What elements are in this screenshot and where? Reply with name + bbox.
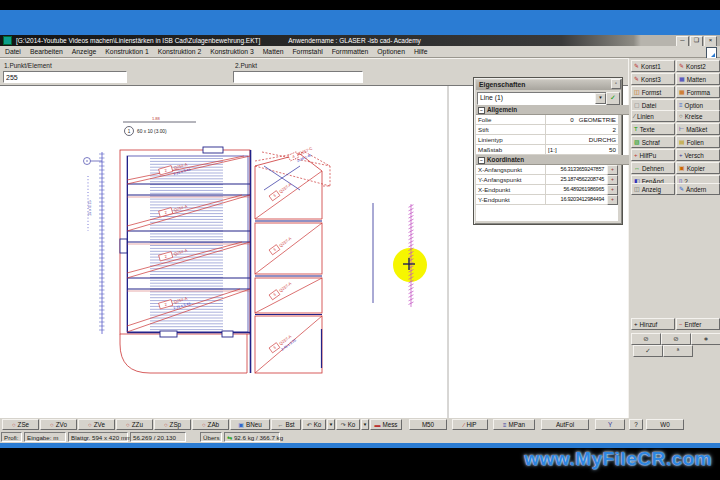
menu-datei[interactable]: Datei bbox=[5, 48, 21, 55]
y-end-value[interactable]: 16.9203412984494 bbox=[546, 195, 606, 204]
options-icon: ≡ bbox=[679, 102, 683, 108]
button-konst2[interactable]: ✎Konst2 bbox=[676, 60, 720, 72]
button-bst[interactable]: ←Bst bbox=[271, 419, 301, 430]
properties-panel-title[interactable]: Eigenschaften bbox=[476, 80, 621, 90]
point2-input[interactable] bbox=[233, 71, 363, 83]
section-allgemein[interactable]: − Allgemein bbox=[476, 105, 629, 115]
button-bild-neu[interactable]: ▣BNeu bbox=[230, 419, 270, 430]
button-aendern[interactable]: ✎Ändern bbox=[676, 183, 720, 195]
button-dehnen[interactable]: ↔Dehnen bbox=[631, 162, 675, 174]
button-kopieren[interactable]: ▣Kopier bbox=[676, 162, 720, 174]
button-kreise[interactable]: ○Kreise bbox=[676, 110, 720, 122]
y-start-value[interactable]: 25.1874562208745 bbox=[546, 175, 606, 184]
weight-icon: ⇆ bbox=[227, 434, 232, 441]
panel-close-icon[interactable]: ▫ bbox=[611, 79, 621, 89]
button-zoom-voll[interactable]: ○ZVo bbox=[40, 419, 77, 430]
menu-optionen[interactable]: Optionen bbox=[377, 48, 405, 55]
menu-hilfe[interactable]: Hilfe bbox=[414, 48, 428, 55]
collapse-icon[interactable]: − bbox=[478, 157, 485, 164]
button-formst[interactable]: ◫Formst bbox=[631, 86, 675, 98]
linientyp-value[interactable]: DURCHG bbox=[546, 135, 618, 144]
undo-icon: ↶ bbox=[307, 421, 312, 428]
point1-input[interactable] bbox=[3, 71, 127, 83]
button-hilfspunkt[interactable]: +HilfPu bbox=[631, 149, 675, 161]
selection-filter-button[interactable]: ✓ bbox=[606, 92, 620, 105]
button-w0[interactable]: W0 bbox=[646, 419, 684, 430]
property-row-y-anfang: Y-Anfangspunkt 25.1874562208745 + bbox=[476, 175, 618, 185]
tool-buttons: ∕Linien ○Kreise TTexte ⊢Maßket ▨Schraf ▤… bbox=[631, 110, 720, 187]
svg-text:60 x 10 (3.00): 60 x 10 (3.00) bbox=[137, 129, 167, 134]
line-icon: ∕ bbox=[463, 422, 464, 428]
collapse-icon[interactable]: − bbox=[478, 107, 485, 114]
chevron-down-icon[interactable]: ▼ bbox=[595, 93, 606, 104]
button-hilfspunkt[interactable]: ∕HiP bbox=[452, 419, 488, 430]
button-zoom-verkleinern[interactable]: ○ZVe bbox=[78, 419, 115, 430]
magnifier-icon: ○ bbox=[164, 422, 168, 428]
button-undo[interactable]: ↶Ko bbox=[302, 419, 326, 430]
section-koordinaten[interactable]: − Koordinaten bbox=[476, 155, 629, 165]
menu-formstahl[interactable]: Formstahl bbox=[292, 48, 322, 55]
layers-icon: ▤ bbox=[679, 139, 685, 145]
pick-point-icon[interactable]: + bbox=[607, 165, 618, 175]
button-konst3[interactable]: ✎Konst3 bbox=[631, 73, 675, 85]
small-tool-button-1[interactable]: ⊘ bbox=[631, 333, 661, 345]
add-button[interactable]: +Hinzuf bbox=[631, 318, 675, 330]
button-anzeigen[interactable]: ◫Anzeig bbox=[631, 183, 675, 195]
x-start-value[interactable]: 56.3133659247857 bbox=[546, 165, 606, 174]
button-zoom-abrufen[interactable]: ○ZAb bbox=[192, 419, 229, 430]
massstab-value[interactable]: [1:]50 bbox=[546, 145, 618, 154]
property-row-massstab: Maßstab [1:]50 bbox=[476, 145, 618, 155]
status-uebersicht[interactable]: Übers bbox=[200, 432, 222, 442]
button-zoom-zurueck[interactable]: ○ZZu bbox=[116, 419, 153, 430]
remove-button[interactable]: −Entfer bbox=[676, 318, 720, 330]
user-name-label: Anwendername : GLASER -isb cad- Academy bbox=[288, 37, 421, 44]
button-matten[interactable]: ▦Matten bbox=[676, 73, 720, 85]
small-tool-button-5[interactable]: ª bbox=[663, 345, 693, 357]
menu-anzeige[interactable]: Anzeige bbox=[72, 48, 97, 55]
button-autfol[interactable]: AutFol bbox=[541, 419, 589, 430]
menu-konstruktion2[interactable]: Konstruktion 2 bbox=[158, 48, 201, 55]
button-messen[interactable]: ▬Mess bbox=[370, 419, 402, 430]
small-tool-button-4[interactable]: ✓ bbox=[633, 345, 663, 357]
small-tool-button-3[interactable]: ∗ bbox=[691, 333, 720, 345]
hatch-icon: ▨ bbox=[634, 139, 640, 145]
redo-dropdown-icon[interactable]: ▼ bbox=[361, 419, 369, 430]
button-redo[interactable]: ↷Ko bbox=[336, 419, 360, 430]
menu-bearbeiten[interactable]: Bearbeiten bbox=[30, 48, 63, 55]
panel-empty-area bbox=[476, 205, 618, 221]
button-masskette[interactable]: ⊢Maßket bbox=[676, 123, 720, 135]
folie-value[interactable]: 0 GEOMETRIE bbox=[546, 115, 618, 124]
undo-dropdown-icon[interactable]: ▼ bbox=[327, 419, 335, 430]
pick-point-icon[interactable]: + bbox=[607, 175, 618, 185]
pick-point-icon[interactable]: + bbox=[607, 195, 618, 205]
element-selector-dropdown[interactable]: Line (1) ▼ bbox=[477, 92, 607, 105]
button-m50[interactable]: M50 bbox=[409, 419, 447, 430]
small-tool-button-2[interactable]: ⊘ bbox=[661, 333, 691, 345]
menu-formmatten[interactable]: Formmatten bbox=[332, 48, 369, 55]
button-formma[interactable]: ▦Formma bbox=[676, 86, 720, 98]
button-folien[interactable]: ▤Folien bbox=[676, 136, 720, 148]
menu-konstruktion1[interactable]: Konstruktion 1 bbox=[105, 48, 148, 55]
menu-matten[interactable]: Matten bbox=[263, 48, 284, 55]
back-arrow-icon: ← bbox=[277, 422, 283, 428]
x-end-value[interactable]: 56.489261986965 bbox=[546, 185, 606, 194]
title-bar: [G:\2014-Youtube Videos machen\Linienstä… bbox=[0, 35, 720, 46]
button-mpan[interactable]: ≡MPan bbox=[493, 419, 535, 430]
button-zoom-segment[interactable]: ○ZSe bbox=[2, 419, 39, 430]
bottom-toolbar: ○ZSe ○ZVo ○ZVe ○ZZu ○ZSp ○ZAb ▣BNeu ←Bst… bbox=[0, 418, 720, 431]
button-schraffur[interactable]: ▨Schraf bbox=[631, 136, 675, 148]
band-dividers bbox=[127, 184, 250, 289]
button-y[interactable]: Y bbox=[595, 419, 625, 430]
pick-point-icon[interactable]: + bbox=[607, 185, 618, 195]
pan-icon: ≡ bbox=[503, 422, 507, 428]
button-help[interactable]: ? bbox=[629, 419, 643, 430]
button-konst1[interactable]: ✎Konst1 bbox=[631, 60, 675, 72]
menu-konstruktion3[interactable]: Konstruktion 3 bbox=[210, 48, 253, 55]
button-zoom-speichern[interactable]: ○ZSp bbox=[154, 419, 191, 430]
button-texte[interactable]: TTexte bbox=[631, 123, 675, 135]
property-row-folie: Folie 0 GEOMETRIE bbox=[476, 115, 618, 125]
stift-value[interactable]: 2 bbox=[546, 125, 618, 134]
button-verschieben[interactable]: +Versch bbox=[676, 149, 720, 161]
button-linien[interactable]: ∕Linien bbox=[631, 110, 675, 122]
status-coordinates: 56.269 / 20.130 bbox=[130, 432, 186, 442]
